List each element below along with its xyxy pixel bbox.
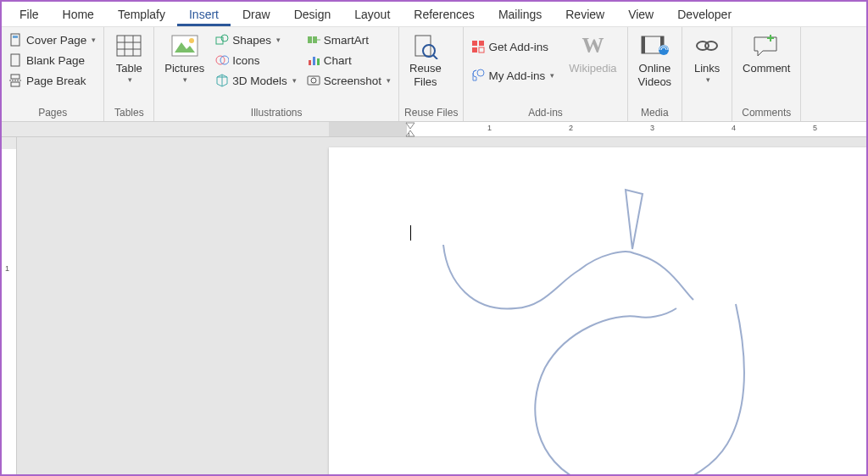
pictures-label: Pictures <box>164 62 204 75</box>
blank-page-label: Blank Page <box>26 54 85 67</box>
wikipedia-button[interactable]: W Wikipedia <box>564 30 621 77</box>
tab-draw[interactable]: Draw <box>231 3 282 26</box>
comment-icon <box>752 31 781 60</box>
svg-point-32 <box>477 69 484 76</box>
svg-rect-22 <box>317 58 320 65</box>
blank-page-button[interactable]: Blank Page <box>7 52 98 69</box>
comment-button[interactable]: Comment <box>737 30 795 77</box>
tab-home[interactable]: Home <box>51 3 106 26</box>
icons-icon <box>215 53 229 67</box>
reuse-files-button[interactable]: Reuse Files <box>404 30 447 91</box>
video-label: Online Videos <box>638 62 672 90</box>
table-button[interactable]: Table ▾ <box>109 30 148 87</box>
svg-rect-19 <box>313 36 317 43</box>
svg-rect-21 <box>313 57 315 65</box>
svg-rect-31 <box>479 47 484 53</box>
screenshot-icon <box>307 74 320 87</box>
tab-mailings[interactable]: Mailings <box>487 3 554 26</box>
smartart-icon <box>307 33 320 47</box>
tab-references[interactable]: References <box>402 3 487 26</box>
tab-insert[interactable]: Insert <box>177 3 231 26</box>
online-videos-button[interactable]: Online Videos <box>633 30 677 91</box>
svg-rect-20 <box>309 60 311 65</box>
cover-page-button[interactable]: Cover Page ▾ <box>7 31 98 48</box>
svg-point-24 <box>311 78 316 83</box>
links-button[interactable]: Links ▾ <box>687 30 726 87</box>
pictures-icon <box>170 31 199 60</box>
svg-marker-42 <box>406 130 415 136</box>
indent-marker-icon[interactable] <box>405 122 415 137</box>
link-icon <box>693 31 721 60</box>
ruler-mark: 3 <box>650 124 654 132</box>
my-addins-button[interactable]: My Add-ins ▾ <box>469 67 557 84</box>
shapes-label: Shapes <box>232 34 271 47</box>
tab-templafy[interactable]: Templafy <box>106 3 177 26</box>
group-reuse: Reuse Files Reuse Files <box>399 27 464 121</box>
chevron-down-icon: ▾ <box>706 75 710 85</box>
tab-developer[interactable]: Developer <box>665 3 743 26</box>
chevron-down-icon: ▾ <box>128 75 132 85</box>
document-page[interactable] <box>329 147 866 474</box>
svg-rect-18 <box>308 36 312 43</box>
tab-design[interactable]: Design <box>282 3 343 26</box>
tab-file[interactable]: File <box>8 3 51 26</box>
chart-label: Chart <box>324 54 352 67</box>
group-links: Links ▾ <box>682 27 732 121</box>
svg-point-38 <box>705 42 717 50</box>
wikipedia-label: Wikipedia <box>569 62 616 75</box>
ruler-mark-v: 1 <box>5 264 9 273</box>
screenshot-label: Screenshot <box>324 75 381 87</box>
reuse-files-label: Reuse Files <box>409 62 442 90</box>
group-media: Online Videos Media <box>628 27 683 121</box>
video-icon <box>640 31 669 60</box>
cover-page-label: Cover Page <box>26 34 86 47</box>
document-area[interactable] <box>17 137 866 474</box>
group-addins-label: Add-ins <box>469 105 621 121</box>
chevron-down-icon: ▾ <box>276 36 281 44</box>
icons-button[interactable]: Icons <box>213 52 299 69</box>
shapes-icon <box>215 33 229 47</box>
my-addins-icon <box>471 69 485 82</box>
chart-icon <box>307 53 320 67</box>
store-icon <box>471 40 485 53</box>
chart-button[interactable]: Chart <box>304 52 393 69</box>
svg-rect-28 <box>472 41 477 46</box>
svg-point-26 <box>423 45 435 57</box>
group-comments-label: Comments <box>737 105 795 121</box>
pictures-button[interactable]: Pictures ▾ <box>159 30 209 87</box>
cube-icon <box>215 74 229 87</box>
chevron-down-icon: ▾ <box>292 76 297 85</box>
horizontal-ruler[interactable]: 1 2 3 4 5 <box>2 122 866 137</box>
ruler-mark: 1 <box>487 124 492 132</box>
page-break-icon <box>9 74 23 87</box>
shapes-button[interactable]: Shapes ▾ <box>213 31 299 48</box>
svg-marker-41 <box>406 123 415 129</box>
svg-rect-30 <box>472 47 477 53</box>
screenshot-button[interactable]: Screenshot ▾ <box>304 72 393 89</box>
group-pages: Cover Page ▾ Blank Page Page Break Pages <box>2 27 104 121</box>
svg-rect-2 <box>11 54 19 66</box>
chevron-down-icon: ▾ <box>550 71 554 80</box>
svg-rect-11 <box>172 36 198 56</box>
3d-models-button[interactable]: 3D Models ▾ <box>213 72 299 89</box>
page-break-label: Page Break <box>26 75 86 87</box>
links-label: Links <box>694 62 720 75</box>
tab-review[interactable]: Review <box>554 3 616 26</box>
ink-drawing <box>329 147 804 474</box>
group-illustrations: Pictures ▾ Shapes ▾ Icons 3D Models ▾ <box>154 27 399 121</box>
tab-layout[interactable]: Layout <box>342 3 402 26</box>
vertical-ruler[interactable]: 1 <box>2 137 17 474</box>
group-links-label <box>687 117 726 121</box>
page-break-button[interactable]: Page Break <box>7 72 98 89</box>
chevron-down-icon: ▾ <box>92 36 96 44</box>
ruler-mark: 4 <box>732 124 736 132</box>
table-icon <box>114 31 143 60</box>
get-addins-label: Get Add-ins <box>488 41 548 53</box>
get-addins-button[interactable]: Get Add-ins <box>469 38 557 55</box>
smartart-button[interactable]: SmartArt <box>304 31 393 48</box>
svg-line-27 <box>433 55 437 59</box>
tab-view[interactable]: View <box>616 3 665 26</box>
blank-page-icon <box>9 53 23 67</box>
table-label: Table <box>116 62 142 75</box>
models-label: 3D Models <box>232 75 287 87</box>
